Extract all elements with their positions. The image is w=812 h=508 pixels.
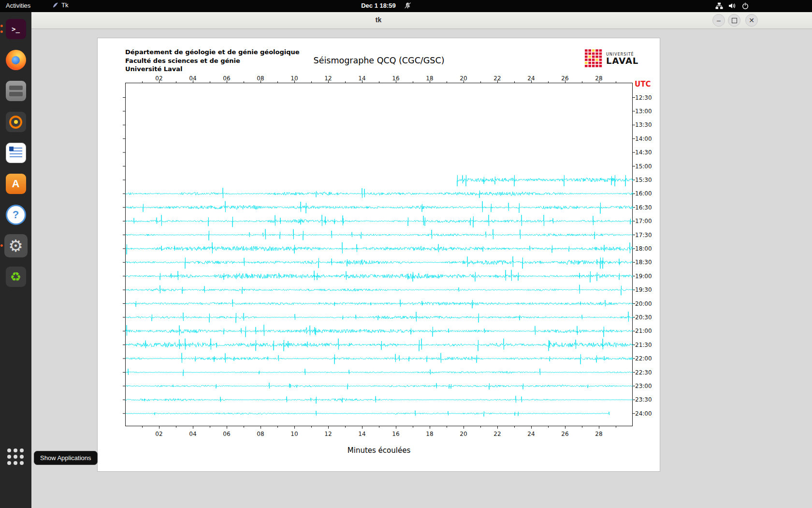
rhythmbox-icon — [6, 112, 26, 132]
utc-time-label: 15:30 — [635, 177, 652, 183]
utc-time-label: 21:00 — [635, 328, 652, 334]
dock-item-help[interactable]: ? — [4, 203, 28, 226]
x-tick-label-bottom: 04 — [189, 431, 196, 437]
utc-time-label: 22:00 — [635, 355, 652, 362]
utc-time-label: 18:00 — [635, 245, 652, 252]
seismo-trace-2330 — [126, 396, 633, 403]
university-logo: UNIVERSITÉ LAVAL — [584, 49, 638, 68]
x-tick-label-bottom: 22 — [493, 431, 501, 437]
running-indicator — [0, 244, 3, 247]
dock-item-files[interactable] — [4, 79, 28, 103]
x-tick-label-top: 20 — [460, 75, 467, 82]
help-icon: ? — [6, 205, 26, 225]
utc-time-label: 17:00 — [635, 218, 652, 224]
system-status-area[interactable] — [715, 2, 749, 10]
institution-line: Université Laval — [125, 65, 300, 74]
files-icon — [6, 81, 26, 101]
seismo-trace-1930 — [126, 285, 633, 296]
clock[interactable]: Dec 1 18:59 — [361, 2, 396, 9]
volume-icon — [728, 2, 736, 10]
x-tick-label-bottom: 02 — [155, 431, 162, 437]
document-icon — [6, 143, 26, 163]
seismo-trace-2130 — [126, 339, 633, 351]
x-tick-label-top: 26 — [561, 75, 568, 82]
utc-time-label: 19:00 — [635, 273, 652, 280]
x-tick-label-bottom: 14 — [358, 431, 365, 437]
app-indicator-tk[interactable]: Tk — [52, 1, 68, 9]
desktop: Activities Tk Dec 1 18:59 — [0, 0, 812, 508]
window-titlebar[interactable]: tk – ✕ — [31, 12, 812, 29]
dock-item-terminal[interactable]: >_ — [4, 17, 28, 41]
app-indicator-label: Tk — [61, 1, 68, 9]
x-tick-label-top: 06 — [223, 75, 230, 82]
utc-time-label: 20:00 — [635, 300, 652, 307]
seismo-trace-2100 — [126, 325, 633, 337]
x-tick-label-bottom: 10 — [290, 431, 298, 437]
terminal-icon: >_ — [6, 19, 26, 39]
dock-item-ubuntu-software[interactable]: A — [4, 172, 28, 195]
institution-line: Département de géologie et de génie géol… — [125, 48, 300, 57]
dock-item-firefox[interactable] — [4, 48, 28, 72]
maximize-button[interactable] — [728, 14, 740, 27]
x-tick-label-bottom: 20 — [460, 431, 467, 437]
tk-feather-icon — [52, 2, 58, 8]
seismo-trace-2400 — [126, 411, 609, 417]
x-tick-label-top: 28 — [595, 75, 602, 82]
x-tick-label-top: 22 — [493, 75, 501, 82]
seismo-trace-2300 — [126, 383, 633, 389]
firefox-globe — [12, 56, 20, 64]
dock-item-rhythmbox[interactable] — [4, 110, 28, 134]
show-applications-button[interactable] — [7, 448, 24, 465]
minimize-button[interactable]: – — [712, 14, 725, 27]
plot-panel: Département de géologie et de génie géol… — [97, 38, 660, 472]
show-applications-tooltip: Show Applications — [34, 451, 98, 465]
seismo-trace-1600 — [126, 188, 633, 198]
seismo-trace-1700 — [126, 215, 633, 227]
logo-text: UNIVERSITÉ LAVAL — [606, 52, 638, 65]
apps-grid-icon — [7, 448, 24, 465]
dock-item-settings[interactable]: ⚙ — [4, 234, 28, 257]
close-button[interactable]: ✕ — [745, 14, 758, 27]
utc-time-label: 20:30 — [635, 314, 652, 321]
activities-button[interactable]: Activities — [6, 2, 30, 9]
seismo-trace-1630 — [126, 201, 633, 214]
utc-time-label: 17:30 — [635, 232, 652, 239]
recycle-icon: ♻ — [6, 267, 26, 287]
x-tick-label-top: 10 — [290, 75, 298, 82]
seismo-trace-2230 — [126, 369, 633, 376]
utc-time-label: 24:00 — [635, 410, 652, 417]
x-tick-label-bottom: 06 — [223, 431, 230, 437]
utc-time-label: 16:00 — [635, 190, 652, 197]
x-tick-label-top: 02 — [155, 75, 162, 82]
seismo-trace-1830 — [126, 256, 633, 269]
x-tick-label-bottom: 12 — [324, 431, 332, 437]
x-tick-label-bottom: 26 — [561, 431, 568, 437]
x-tick-label-top: 12 — [324, 75, 332, 82]
utc-time-label: 18:30 — [635, 259, 652, 266]
utc-time-label: 14:00 — [635, 135, 652, 142]
seismo-trace-2000 — [126, 299, 633, 308]
x-tick-label-bottom: 18 — [426, 431, 433, 437]
utc-time-label: 12:30 — [635, 94, 652, 101]
x-tick-label-top: 16 — [392, 75, 399, 82]
x-tick-label-top: 08 — [257, 75, 264, 82]
window-title: tk — [376, 16, 381, 24]
dock-item-libreoffice-writer[interactable] — [4, 141, 28, 164]
seismo-trace-2030 — [126, 312, 633, 323]
tk-window: tk – ✕ Département de géologie et de gén… — [31, 12, 812, 508]
seismo-trace-1900 — [126, 270, 633, 283]
utc-time-label: 15:00 — [635, 163, 652, 170]
x-tick-label-top: 18 — [426, 75, 433, 82]
x-tick-label-bottom: 16 — [392, 431, 399, 437]
seismo-trace-1730 — [126, 229, 633, 240]
running-indicator — [0, 30, 3, 33]
gnome-top-bar: Activities Tk Dec 1 18:59 — [0, 0, 812, 12]
x-axis-label: Minutes écoulées — [348, 446, 410, 455]
dock-item-backups[interactable]: ♻ — [4, 265, 28, 288]
bell-muted-icon[interactable] — [404, 2, 411, 9]
seismo-trace-1530 — [457, 175, 633, 186]
utc-time-label: 21:30 — [635, 342, 652, 348]
x-tick-label-bottom: 28 — [595, 431, 602, 437]
utc-time-label: 23:00 — [635, 383, 652, 389]
utc-time-label: 14:30 — [635, 149, 652, 156]
